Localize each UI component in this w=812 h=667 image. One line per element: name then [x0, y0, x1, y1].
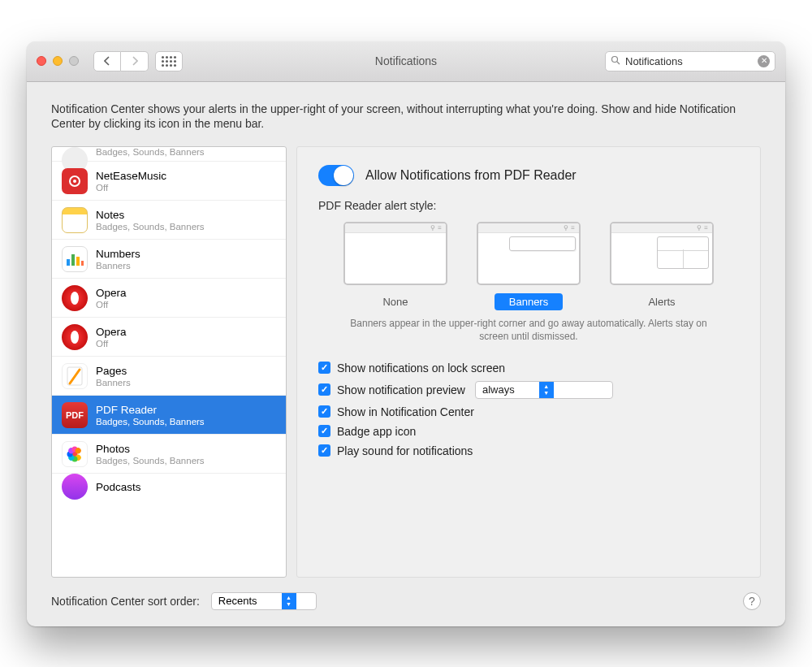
app-name: Notes [96, 209, 205, 221]
svg-point-9 [71, 331, 79, 344]
chevron-right-icon [132, 56, 138, 66]
style-thumb-alerts: ⚲≡ [610, 222, 714, 285]
select-value: always [482, 383, 539, 396]
style-label: PDF Reader alert style: [318, 199, 739, 212]
sort-select[interactable]: Recents ▲▼ [211, 592, 317, 610]
style-alerts[interactable]: ⚲≡ Alerts [610, 222, 714, 310]
checkbox-icon: ✓ [318, 362, 330, 374]
check-label: Badge app icon [337, 425, 416, 438]
app-name: Opera [96, 287, 127, 299]
list-item[interactable]: NotesBadges, Sounds, Banners [52, 201, 286, 240]
app-sub: Badges, Sounds, Banners [96, 456, 205, 466]
check-label: Play sound for notifications [337, 444, 473, 457]
list-item[interactable]: Badges, Sounds, Banners [52, 147, 286, 162]
check-sound[interactable]: ✓ Play sound for notifications [318, 444, 739, 457]
style-thumb-none: ⚲≡ [343, 222, 447, 285]
bottom-row: Notification Center sort order: Recents … [51, 592, 761, 610]
list-item[interactable]: PDFPDF ReaderBadges, Sounds, Banners [52, 396, 286, 435]
app-name: Opera [96, 326, 127, 338]
panes: Badges, Sounds, Banners NetEaseMusicOffN… [51, 146, 761, 577]
app-sub: Off [96, 339, 127, 349]
allow-toggle[interactable] [318, 165, 354, 186]
svg-point-8 [71, 292, 79, 305]
stepper-icon: ▲▼ [282, 593, 296, 609]
grid-icon [162, 56, 176, 67]
list-item[interactable]: NumbersBanners [52, 240, 286, 279]
app-sub: Off [96, 300, 127, 310]
style-none[interactable]: ⚲≡ None [343, 222, 447, 310]
app-name: Photos [96, 443, 205, 455]
app-icon [62, 474, 88, 500]
help-button[interactable]: ? [743, 592, 761, 610]
list-item[interactable]: NetEaseMusicOff [52, 162, 286, 201]
allow-label: Allow Notifications from PDF Reader [365, 168, 577, 183]
svg-rect-4 [67, 259, 70, 266]
svg-rect-6 [76, 257, 80, 266]
style-label-banners: Banners [495, 293, 563, 310]
check-label: Show notification preview [337, 383, 465, 396]
search-icon [611, 55, 620, 67]
minimize-button[interactable] [53, 56, 63, 66]
check-badge[interactable]: ✓ Badge app icon [318, 425, 739, 438]
app-sub: Banners [96, 261, 140, 271]
chevron-left-icon [104, 56, 110, 66]
app-icon: PDF [62, 402, 88, 428]
list-item[interactable]: PagesBanners [52, 357, 286, 396]
show-all-button[interactable] [155, 51, 183, 71]
app-icon [62, 363, 88, 389]
check-lock[interactable]: ✓ Show notifications on lock screen [318, 362, 739, 375]
svg-line-1 [617, 62, 620, 64]
app-list[interactable]: Badges, Sounds, Banners NetEaseMusicOffN… [51, 146, 287, 577]
app-icon [62, 441, 88, 467]
app-name: Podcasts [96, 481, 141, 493]
check-center[interactable]: ✓ Show in Notification Center [318, 405, 739, 418]
app-sub: Badges, Sounds, Banners [96, 147, 205, 157]
back-button[interactable] [93, 51, 121, 71]
search-field[interactable]: Notifications ✕ [605, 51, 775, 71]
forward-button [121, 51, 149, 71]
app-name: Numbers [96, 248, 140, 260]
list-item[interactable]: OperaOff [52, 318, 286, 357]
intro-text: Notification Center shows your alerts in… [51, 102, 761, 132]
style-thumb-banners: ⚲≡ [477, 222, 581, 285]
clear-search-button[interactable]: ✕ [758, 55, 770, 67]
preview-select[interactable]: always ▲▼ [475, 381, 613, 399]
style-banners[interactable]: ⚲≡ Banners [477, 222, 581, 310]
svg-rect-5 [71, 254, 75, 266]
svg-point-3 [73, 180, 76, 183]
window-title: Notifications [375, 54, 437, 67]
nav-buttons [93, 51, 149, 71]
style-row: ⚲≡ None ⚲≡ Banners ⚲≡ [318, 222, 739, 310]
app-icon [62, 207, 88, 233]
app-icon [62, 324, 88, 350]
list-item[interactable]: OperaOff [52, 279, 286, 318]
checkbox-icon: ✓ [318, 383, 330, 396]
list-item[interactable]: PhotosBadges, Sounds, Banners [52, 435, 286, 474]
style-label-alerts: Alerts [633, 293, 689, 310]
stepper-icon: ▲▼ [539, 382, 554, 398]
detail-pane: Allow Notifications from PDF Reader PDF … [296, 146, 761, 577]
check-preview[interactable]: ✓ Show notification preview always ▲▼ [318, 381, 739, 399]
app-sub: Badges, Sounds, Banners [96, 222, 205, 232]
checkbox-icon: ✓ [318, 444, 330, 457]
list-item[interactable]: Podcasts [52, 474, 286, 500]
checks: ✓ Show notifications on lock screen ✓ Sh… [318, 362, 739, 457]
close-button[interactable] [37, 56, 46, 66]
app-icon [62, 168, 88, 194]
svg-point-0 [612, 56, 618, 62]
search-value: Notifications [625, 55, 753, 67]
app-name: Pages [96, 365, 131, 377]
app-icon [62, 285, 88, 311]
allow-row: Allow Notifications from PDF Reader [318, 165, 739, 186]
app-sub: Off [96, 183, 166, 193]
traffic-lights [37, 56, 79, 66]
checkbox-icon: ✓ [318, 425, 330, 437]
select-value: Recents [218, 595, 282, 607]
app-icon [62, 246, 88, 272]
preferences-window: Notifications Notifications ✕ Notificati… [27, 41, 785, 626]
titlebar: Notifications Notifications ✕ [27, 41, 785, 82]
content: Notification Center shows your alerts in… [27, 82, 785, 626]
svg-rect-7 [81, 261, 84, 266]
check-label: Show in Notification Center [337, 405, 474, 418]
sort-label: Notification Center sort order: [51, 595, 200, 608]
